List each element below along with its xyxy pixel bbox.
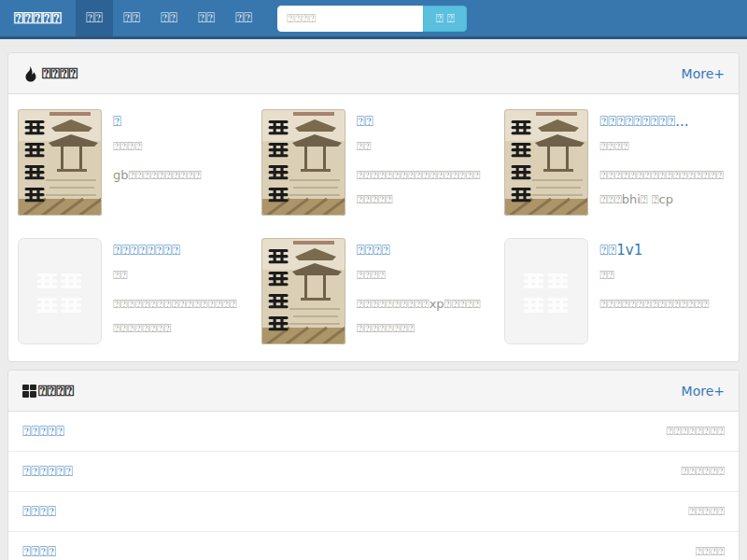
hot-more-link[interactable]: More+ <box>682 66 725 81</box>
hot-section: ⍰⍰⍰⍰ More+ ⍰ ⍰⍰⍰⍰ gb⍰⍰⍰⍰⍰⍰⍰⍰⍰⍰ ⍰⍰ ⍰⍰ ⍰⍰⍰… <box>7 52 740 362</box>
latest-list: ⍰⍰⍰⍰⍰ ⍰⍰⍰⍰⍰⍰⍰⍰ ⍰⍰⍰⍰⍰⍰ ⍰⍰⍰⍰⍰⍰ ⍰⍰⍰⍰ ⍰⍰⍰⍰⍰ … <box>8 412 739 560</box>
search-button[interactable]: ⍰ ⍰ <box>423 6 467 32</box>
grid-icon <box>22 385 36 398</box>
hot-cards-grid: ⍰ ⍰⍰⍰⍰ gb⍰⍰⍰⍰⍰⍰⍰⍰⍰⍰ ⍰⍰ ⍰⍰ ⍰⍰⍰⍰⍰⍰⍰⍰⍰⍰⍰⍰⍰⍰… <box>8 94 739 361</box>
book-cover-image[interactable] <box>261 109 345 216</box>
book-author: ⍰⍰⍰⍰ <box>113 139 243 154</box>
book-author: ⍰⍰ <box>113 268 243 283</box>
latest-section-title: ⍰⍰⍰⍰ <box>22 382 74 399</box>
nav-item-1[interactable]: ⍰⍰ <box>76 0 113 36</box>
list-item-meta: ⍰⍰⍰⍰⍰⍰ <box>681 464 725 479</box>
fire-icon <box>22 65 36 82</box>
book-title-link[interactable]: ⍰ <box>113 113 243 130</box>
main-nav: ⍰⍰ ⍰⍰ ⍰⍰ ⍰⍰ ⍰⍰ <box>76 0 262 36</box>
list-item-title-link[interactable]: ⍰⍰⍰⍰⍰⍰ <box>22 463 73 480</box>
book-description: ⍰⍰⍰⍰⍰⍰⍰⍰⍰⍰⍰⍰⍰⍰⍰ <box>599 292 729 316</box>
book-cover-placeholder[interactable] <box>504 238 588 344</box>
book-author: ⍰⍰ <box>357 139 486 154</box>
book-cover-placeholder[interactable] <box>18 238 102 344</box>
book-title-link[interactable]: ⍰⍰⍰⍰ <box>357 242 486 259</box>
book-card: ⍰⍰⍰⍰⍰⍰⍰⍰ ⍰⍰ ⍰⍰⍰⍰⍰⍰⍰⍰⍰⍰⍰⍰⍰⍰⍰⍰⍰⍰⍰⍰⍰⍰⍰⍰⍰ <box>8 227 252 356</box>
list-item-meta: ⍰⍰⍰⍰⍰ <box>688 504 725 519</box>
list-item-meta: ⍰⍰⍰⍰ <box>696 544 725 559</box>
book-cover-image[interactable] <box>261 238 345 344</box>
search-input[interactable] <box>277 6 423 32</box>
hot-section-title-text: ⍰⍰⍰⍰ <box>42 64 78 82</box>
list-item-meta: ⍰⍰⍰⍰⍰⍰⍰⍰ <box>667 424 725 439</box>
nav-item-3[interactable]: ⍰⍰ <box>150 0 188 36</box>
book-description: ⍰⍰⍰⍰⍰⍰⍰⍰⍰⍰⍰⍰⍰⍰⍰⍰⍰⍰⍰⍰⍰⍰ <box>357 163 486 212</box>
latest-section-title-text: ⍰⍰⍰⍰ <box>38 382 74 399</box>
list-item: ⍰⍰⍰⍰ ⍰⍰⍰⍰ <box>8 532 739 560</box>
book-description: ⍰⍰⍰⍰⍰⍰⍰⍰⍰⍰xp⍰⍰⍰⍰⍰⍰⍰⍰⍰⍰⍰⍰⍰ <box>357 292 486 341</box>
book-title-link[interactable]: ⍰⍰ <box>357 113 486 130</box>
list-item: ⍰⍰⍰⍰⍰ ⍰⍰⍰⍰⍰⍰⍰⍰ <box>8 412 739 452</box>
latest-section: ⍰⍰⍰⍰ More+ ⍰⍰⍰⍰⍰ ⍰⍰⍰⍰⍰⍰⍰⍰ ⍰⍰⍰⍰⍰⍰ ⍰⍰⍰⍰⍰⍰ … <box>7 370 740 560</box>
list-item-title-link[interactable]: ⍰⍰⍰⍰⍰ <box>22 423 64 440</box>
book-author: ⍰⍰ <box>599 268 729 283</box>
hot-section-header: ⍰⍰⍰⍰ More+ <box>8 53 739 94</box>
book-cover-image[interactable] <box>18 109 102 216</box>
book-card: ⍰⍰⍰⍰⍰⍰⍰⍰⍰... ⍰⍰⍰⍰ ⍰⍰⍰⍰⍰⍰⍰⍰⍰⍰⍰⍰⍰⍰⍰⍰⍰⍰⍰⍰bh… <box>495 98 739 227</box>
book-cover-image[interactable] <box>504 109 588 216</box>
site-brand[interactable]: ⍰⍰⍰⍰⍰ <box>0 0 76 36</box>
book-card: ⍰⍰ ⍰⍰ ⍰⍰⍰⍰⍰⍰⍰⍰⍰⍰⍰⍰⍰⍰⍰⍰⍰⍰⍰⍰⍰⍰ <box>252 98 496 227</box>
list-item-title-link[interactable]: ⍰⍰⍰⍰ <box>22 543 56 560</box>
book-description: ⍰⍰⍰⍰⍰⍰⍰⍰⍰⍰⍰⍰⍰⍰⍰⍰⍰⍰⍰⍰⍰⍰⍰⍰⍰ <box>113 292 243 341</box>
book-description: ⍰⍰⍰⍰⍰⍰⍰⍰⍰⍰⍰⍰⍰⍰⍰⍰⍰⍰⍰⍰bhi⍰ ⍰cp <box>599 163 729 212</box>
nav-item-4[interactable]: ⍰⍰ <box>188 0 225 36</box>
book-author: ⍰⍰⍰⍰ <box>357 268 486 283</box>
latest-more-link[interactable]: More+ <box>682 384 725 399</box>
list-item: ⍰⍰⍰⍰⍰⍰ ⍰⍰⍰⍰⍰⍰ <box>8 452 739 492</box>
book-description: gb⍰⍰⍰⍰⍰⍰⍰⍰⍰⍰ <box>113 163 243 188</box>
book-author: ⍰⍰⍰⍰ <box>599 139 729 154</box>
latest-section-header: ⍰⍰⍰⍰ More+ <box>8 371 739 412</box>
navbar: ⍰⍰⍰⍰⍰ ⍰⍰ ⍰⍰ ⍰⍰ ⍰⍰ ⍰⍰ ⍰ ⍰ <box>0 0 747 39</box>
list-item-title-link[interactable]: ⍰⍰⍰⍰ <box>22 503 56 520</box>
book-title-link[interactable]: ⍰⍰⍰⍰⍰⍰⍰⍰ <box>113 242 243 259</box>
search-form: ⍰ ⍰ <box>277 0 467 36</box>
book-card: ⍰⍰1v1 ⍰⍰ ⍰⍰⍰⍰⍰⍰⍰⍰⍰⍰⍰⍰⍰⍰⍰ <box>495 227 739 356</box>
list-item: ⍰⍰⍰⍰ ⍰⍰⍰⍰⍰ <box>8 492 739 532</box>
book-title-link[interactable]: ⍰⍰1v1 <box>599 242 729 259</box>
nav-item-5[interactable]: ⍰⍰ <box>225 0 262 36</box>
hot-section-title: ⍰⍰⍰⍰ <box>22 64 78 82</box>
book-card: ⍰⍰⍰⍰ ⍰⍰⍰⍰ ⍰⍰⍰⍰⍰⍰⍰⍰⍰⍰xp⍰⍰⍰⍰⍰⍰⍰⍰⍰⍰⍰⍰⍰ <box>252 227 496 356</box>
book-card: ⍰ ⍰⍰⍰⍰ gb⍰⍰⍰⍰⍰⍰⍰⍰⍰⍰ <box>8 98 252 227</box>
nav-item-2[interactable]: ⍰⍰ <box>113 0 150 36</box>
book-title-link[interactable]: ⍰⍰⍰⍰⍰⍰⍰⍰⍰... <box>599 113 729 130</box>
